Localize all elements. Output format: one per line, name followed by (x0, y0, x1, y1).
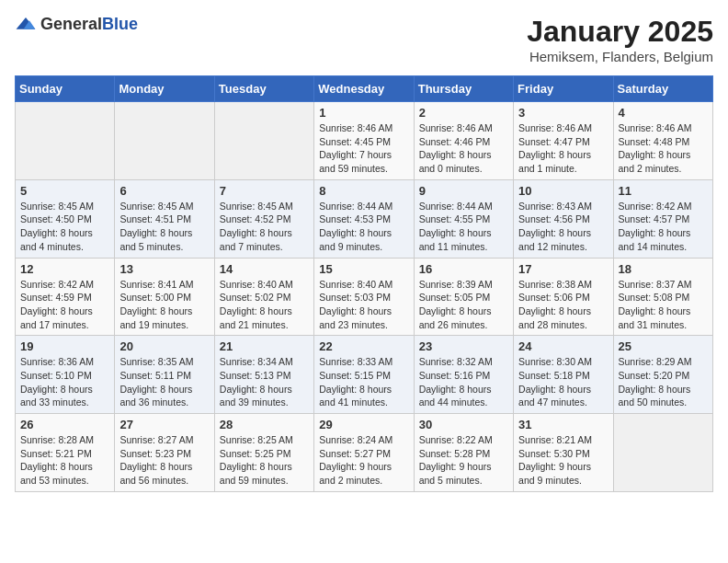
table-row: 3Sunrise: 8:46 AMSunset: 4:47 PMDaylight… (514, 102, 613, 180)
day-info: Sunrise: 8:28 AMSunset: 5:21 PMDaylight:… (20, 433, 109, 488)
header-monday: Monday (115, 76, 214, 102)
header-thursday: Thursday (414, 76, 513, 102)
header-saturday: Saturday (613, 76, 712, 102)
day-info: Sunrise: 8:30 AMSunset: 5:18 PMDaylight:… (518, 355, 608, 409)
header-tuesday: Tuesday (214, 76, 313, 102)
table-row: 26Sunrise: 8:28 AMSunset: 5:21 PMDayligh… (16, 414, 115, 492)
table-row: 8Sunrise: 8:44 AMSunset: 4:53 PMDaylight… (314, 179, 414, 258)
day-number: 10 (518, 184, 608, 198)
location-title: Hemiksem, Flanders, Belgium (527, 49, 713, 64)
day-number: 8 (319, 184, 408, 198)
day-number: 25 (619, 339, 708, 353)
day-number: 15 (319, 262, 408, 276)
day-info: Sunrise: 8:29 AMSunset: 5:20 PMDaylight:… (619, 355, 708, 409)
calendar-week-1: 1Sunrise: 8:46 AMSunset: 4:45 PMDaylight… (16, 102, 713, 180)
table-row: 18Sunrise: 8:37 AMSunset: 5:08 PMDayligh… (613, 258, 712, 336)
day-info: Sunrise: 8:40 AMSunset: 5:02 PMDaylight:… (220, 278, 309, 332)
table-row (214, 102, 313, 180)
table-row (115, 102, 214, 180)
table-row: 11Sunrise: 8:42 AMSunset: 4:57 PMDayligh… (613, 179, 712, 258)
day-number: 18 (619, 262, 708, 276)
table-row: 6Sunrise: 8:45 AMSunset: 4:51 PMDaylight… (115, 179, 214, 258)
table-row: 12Sunrise: 8:42 AMSunset: 4:59 PMDayligh… (16, 258, 115, 336)
day-info: Sunrise: 8:34 AMSunset: 5:13 PMDaylight:… (220, 355, 309, 409)
day-info: Sunrise: 8:41 AMSunset: 5:00 PMDaylight:… (119, 278, 209, 332)
day-info: Sunrise: 8:46 AMSunset: 4:45 PMDaylight:… (319, 121, 408, 176)
table-row: 5Sunrise: 8:45 AMSunset: 4:50 PMDaylight… (16, 179, 115, 258)
day-info: Sunrise: 8:40 AMSunset: 5:03 PMDaylight:… (319, 278, 408, 332)
day-number: 11 (619, 184, 708, 198)
day-number: 1 (319, 106, 408, 120)
table-row: 31Sunrise: 8:21 AMSunset: 5:30 PMDayligh… (514, 414, 613, 492)
day-info: Sunrise: 8:45 AMSunset: 4:51 PMDaylight:… (119, 200, 209, 254)
day-number: 12 (20, 262, 109, 276)
day-number: 9 (419, 184, 508, 198)
table-row: 9Sunrise: 8:44 AMSunset: 4:55 PMDaylight… (414, 179, 513, 258)
day-info: Sunrise: 8:46 AMSunset: 4:47 PMDaylight:… (518, 121, 608, 176)
table-row: 24Sunrise: 8:30 AMSunset: 5:18 PMDayligh… (514, 336, 613, 414)
header-wednesday: Wednesday (314, 76, 414, 102)
day-number: 17 (518, 262, 608, 276)
day-info: Sunrise: 8:32 AMSunset: 5:16 PMDaylight:… (419, 355, 508, 409)
day-info: Sunrise: 8:36 AMSunset: 5:10 PMDaylight:… (20, 355, 109, 409)
table-row: 23Sunrise: 8:32 AMSunset: 5:16 PMDayligh… (414, 336, 513, 414)
day-number: 20 (119, 339, 209, 353)
day-info: Sunrise: 8:42 AMSunset: 4:57 PMDaylight:… (619, 200, 708, 254)
month-title: January 2025 (527, 15, 713, 49)
day-info: Sunrise: 8:39 AMSunset: 5:05 PMDaylight:… (419, 278, 508, 332)
table-row: 10Sunrise: 8:43 AMSunset: 4:56 PMDayligh… (514, 179, 613, 258)
day-number: 28 (220, 418, 309, 431)
day-info: Sunrise: 8:21 AMSunset: 5:30 PMDaylight:… (518, 433, 608, 488)
page-header: GeneralBlue January 2025 Hemiksem, Fland… (15, 15, 713, 64)
header-sunday: Sunday (16, 76, 115, 102)
day-number: 22 (319, 339, 408, 353)
table-row: 25Sunrise: 8:29 AMSunset: 5:20 PMDayligh… (613, 336, 712, 414)
table-row (16, 102, 115, 180)
day-info: Sunrise: 8:45 AMSunset: 4:52 PMDaylight:… (220, 200, 309, 254)
day-info: Sunrise: 8:44 AMSunset: 4:55 PMDaylight:… (419, 200, 508, 254)
table-row: 29Sunrise: 8:24 AMSunset: 5:27 PMDayligh… (314, 414, 414, 492)
day-number: 31 (518, 418, 608, 431)
day-number: 14 (220, 262, 309, 276)
day-number: 13 (119, 262, 209, 276)
day-info: Sunrise: 8:43 AMSunset: 4:56 PMDaylight:… (518, 200, 608, 254)
calendar-week-2: 5Sunrise: 8:45 AMSunset: 4:50 PMDaylight… (16, 179, 713, 258)
table-row: 13Sunrise: 8:41 AMSunset: 5:00 PMDayligh… (115, 258, 214, 336)
table-row: 21Sunrise: 8:34 AMSunset: 5:13 PMDayligh… (214, 336, 313, 414)
table-row (613, 414, 712, 492)
day-info: Sunrise: 8:37 AMSunset: 5:08 PMDaylight:… (619, 278, 708, 332)
day-number: 21 (220, 339, 309, 353)
table-row: 27Sunrise: 8:27 AMSunset: 5:23 PMDayligh… (115, 414, 214, 492)
day-info: Sunrise: 8:27 AMSunset: 5:23 PMDaylight:… (119, 433, 209, 488)
table-row: 14Sunrise: 8:40 AMSunset: 5:02 PMDayligh… (214, 258, 313, 336)
table-row: 16Sunrise: 8:39 AMSunset: 5:05 PMDayligh… (414, 258, 513, 336)
calendar-week-4: 19Sunrise: 8:36 AMSunset: 5:10 PMDayligh… (16, 336, 713, 414)
day-info: Sunrise: 8:38 AMSunset: 5:06 PMDaylight:… (518, 278, 608, 332)
table-row: 7Sunrise: 8:45 AMSunset: 4:52 PMDaylight… (214, 179, 313, 258)
table-row: 15Sunrise: 8:40 AMSunset: 5:03 PMDayligh… (314, 258, 414, 336)
day-number: 4 (619, 106, 708, 120)
day-number: 23 (419, 339, 508, 353)
day-info: Sunrise: 8:22 AMSunset: 5:28 PMDaylight:… (419, 433, 508, 488)
day-number: 6 (119, 184, 209, 198)
table-row: 17Sunrise: 8:38 AMSunset: 5:06 PMDayligh… (514, 258, 613, 336)
logo-general: General (40, 15, 102, 33)
logo: GeneralBlue (15, 15, 138, 34)
day-info: Sunrise: 8:45 AMSunset: 4:50 PMDaylight:… (20, 200, 109, 254)
table-row: 20Sunrise: 8:35 AMSunset: 5:11 PMDayligh… (115, 336, 214, 414)
day-info: Sunrise: 8:35 AMSunset: 5:11 PMDaylight:… (119, 355, 209, 409)
day-number: 16 (419, 262, 508, 276)
calendar-week-5: 26Sunrise: 8:28 AMSunset: 5:21 PMDayligh… (16, 414, 713, 492)
day-number: 27 (119, 418, 209, 431)
day-number: 5 (20, 184, 109, 198)
title-block: January 2025 Hemiksem, Flanders, Belgium (527, 15, 713, 64)
day-number: 19 (20, 339, 109, 353)
day-info: Sunrise: 8:44 AMSunset: 4:53 PMDaylight:… (319, 200, 408, 254)
table-row: 19Sunrise: 8:36 AMSunset: 5:10 PMDayligh… (16, 336, 115, 414)
day-info: Sunrise: 8:25 AMSunset: 5:25 PMDaylight:… (220, 433, 309, 488)
calendar-week-3: 12Sunrise: 8:42 AMSunset: 4:59 PMDayligh… (16, 258, 713, 336)
day-number: 30 (419, 418, 508, 431)
day-info: Sunrise: 8:46 AMSunset: 4:48 PMDaylight:… (619, 121, 708, 176)
table-row: 30Sunrise: 8:22 AMSunset: 5:28 PMDayligh… (414, 414, 513, 492)
table-row: 4Sunrise: 8:46 AMSunset: 4:48 PMDaylight… (613, 102, 712, 180)
